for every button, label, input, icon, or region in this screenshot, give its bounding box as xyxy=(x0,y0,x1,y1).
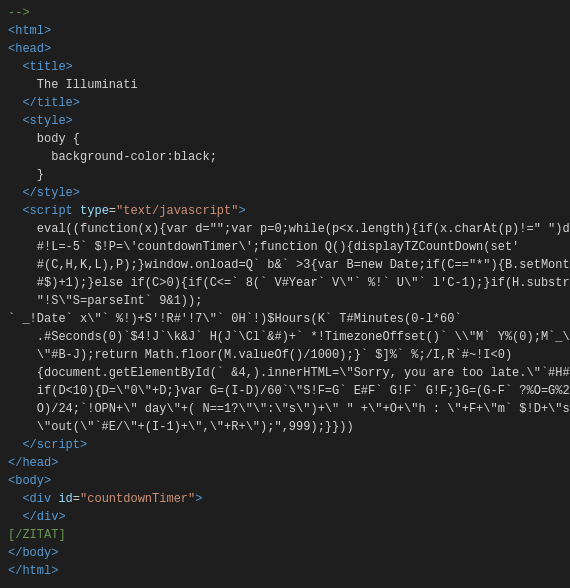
line-content: <html> xyxy=(8,22,562,40)
line-content: <head> xyxy=(8,40,562,58)
line-content: eval((function(x){var d="";var p=0;while… xyxy=(8,220,570,238)
line-content: <style> xyxy=(8,112,562,130)
line-content: body { xyxy=(8,130,562,148)
line-content: </html> xyxy=(8,562,562,580)
code-line: #!L=-5` $!P=\'countdownTimer\';function … xyxy=(0,238,570,256)
code-line: <div id="countdownTimer"> xyxy=(0,490,570,508)
line-content: \"out(\"`#E/\"+(I-1)+\",\"+R+\");",999);… xyxy=(8,418,562,436)
code-editor: --><html><head> <title> The Illuminati <… xyxy=(0,0,570,584)
line-content: </script> xyxy=(8,436,562,454)
code-line: </body> xyxy=(0,544,570,562)
line-content: --> xyxy=(8,4,562,22)
code-line: </head> xyxy=(0,454,570,472)
code-line: <body> xyxy=(0,472,570,490)
line-content: </body> xyxy=(8,544,562,562)
code-line: The Illuminati xyxy=(0,76,570,94)
code-line: "!S\"S=parseInt` 9&1));` _!Date` x\"` %!… xyxy=(0,292,570,328)
line-content: <div id="countdownTimer"> xyxy=(8,490,562,508)
code-line: <head> xyxy=(0,40,570,58)
code-line: </style> xyxy=(0,184,570,202)
code-line: body { xyxy=(0,130,570,148)
line-content: </title> xyxy=(8,94,562,112)
line-content: .#Seconds(0)`$4!J`\k&J` H(J`\Cl`&#)+` *!… xyxy=(8,328,570,346)
line-content: <body> xyxy=(8,472,562,490)
code-line: if(D<10){D=\"0\"+D;}var G=(I-D)/60`\"S!F… xyxy=(0,382,570,400)
code-line: {document.getElementById(` &4,).innerHTM… xyxy=(0,364,570,382)
code-line: <title> xyxy=(0,58,570,76)
code-line: \"#B-J);return Math.floor(M.valueOf()/10… xyxy=(0,346,570,364)
code-line: </script> xyxy=(0,436,570,454)
line-content: [/ZITAT] xyxy=(8,526,562,544)
line-content: O)/24;`!OPN+\" day\"+( N==1?\"\":\"s\")+… xyxy=(8,400,570,418)
line-content: \"#B-J);return Math.floor(M.valueOf()/10… xyxy=(8,346,562,364)
line-content: } xyxy=(8,166,562,184)
code-line: O)/24;`!OPN+\" day\"+( N==1?\"\":\"s\")+… xyxy=(0,400,570,418)
code-line: --> xyxy=(0,4,570,22)
code-line: </html> xyxy=(0,562,570,580)
line-content: #(C,H,K,L),P);}window.onload=Q` b&` >3{v… xyxy=(8,256,570,274)
code-line: </title> xyxy=(0,94,570,112)
code-line: <style> xyxy=(0,112,570,130)
code-line: \"out(\"`#E/\"+(I-1)+\",\"+R+\");",999);… xyxy=(0,418,570,436)
line-content: if(D<10){D=\"0\"+D;}var G=(I-D)/60`\"S!F… xyxy=(8,382,570,400)
line-content: "!S\"S=parseInt` 9&1));` _!Date` x\"` %!… xyxy=(8,292,562,328)
line-content: </div> xyxy=(8,508,562,526)
line-content: <script type="text/javascript"> xyxy=(8,202,562,220)
line-content: #$)+1);}else if(C>0){if(C<=` 8(` V#Year`… xyxy=(8,274,570,292)
code-line: <script type="text/javascript"> xyxy=(0,202,570,220)
code-line: #(C,H,K,L),P);}window.onload=Q` b&` >3{v… xyxy=(0,256,570,274)
code-line: [/ZITAT] xyxy=(0,526,570,544)
code-line: .#Seconds(0)`$4!J`\k&J` H(J`\Cl`&#)+` *!… xyxy=(0,328,570,346)
line-content: The Illuminati xyxy=(8,76,562,94)
line-content: </head> xyxy=(8,454,562,472)
line-content: <title> xyxy=(8,58,562,76)
line-content: background-color:black; xyxy=(8,148,562,166)
line-content: {document.getElementById(` &4,).innerHTM… xyxy=(8,364,570,382)
code-line: <html> xyxy=(0,22,570,40)
line-content: #!L=-5` $!P=\'countdownTimer\';function … xyxy=(8,238,562,256)
line-content: </style> xyxy=(8,184,562,202)
code-line: background-color:black; xyxy=(0,148,570,166)
code-line: eval((function(x){var d="";var p=0;while… xyxy=(0,220,570,238)
code-line: #$)+1);}else if(C>0){if(C<=` 8(` V#Year`… xyxy=(0,274,570,292)
code-line: } xyxy=(0,166,570,184)
code-line: </div> xyxy=(0,508,570,526)
